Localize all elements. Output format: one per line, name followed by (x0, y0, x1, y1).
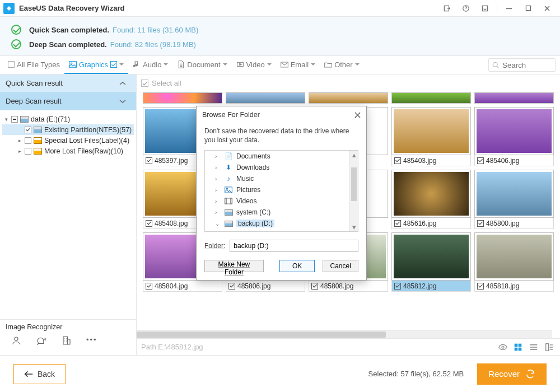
quick-scan-detail: Found: 11 files (31.60 MB) (113, 26, 198, 34)
cancel-button[interactable]: Cancel (323, 260, 358, 272)
filter-video[interactable]: Video (232, 56, 276, 74)
thumbnail-filename: 485397.jpg (155, 157, 188, 165)
drive-icon (224, 220, 233, 227)
thumbnail-card[interactable] (391, 92, 471, 104)
back-button[interactable]: Back (13, 364, 66, 384)
checkbox-icon[interactable] (11, 116, 18, 123)
window-minimize-icon[interactable] (500, 0, 519, 17)
filter-email[interactable]: Email (276, 56, 320, 74)
make-new-folder-button[interactable]: Make New Folder (204, 260, 264, 272)
collapse-icon[interactable]: ▾ (3, 116, 9, 122)
thumbnail-card[interactable] (474, 92, 554, 104)
thumbnail-card[interactable]: 485406.jpg (474, 107, 554, 166)
thumbnail-card[interactable] (226, 92, 305, 104)
checkbox-icon[interactable] (477, 157, 484, 164)
checkbox-icon[interactable] (228, 283, 235, 290)
thumbnail-card[interactable]: 485818.jpg (474, 232, 554, 292)
checkbox-icon[interactable] (394, 157, 401, 164)
tree-node-existing-partition[interactable]: Existing Partition(NTFS)(57) (2, 124, 134, 135)
checkbox-icon[interactable] (146, 157, 152, 164)
thumbnail-card[interactable] (143, 92, 222, 104)
chevron-down-icon[interactable]: ⌄ (215, 221, 221, 227)
recognizer-building-icon[interactable] (62, 335, 72, 346)
select-all-row[interactable]: Select all (137, 74, 560, 92)
thumbnail-card[interactable]: 485812.jpg (391, 232, 471, 292)
dialog-warning-text: Don't save the recovered data to the dri… (204, 127, 358, 144)
svg-rect-4 (526, 6, 530, 10)
folder-tree-item[interactable]: ›♪Music (205, 173, 358, 184)
filter-other[interactable]: Other (320, 56, 364, 74)
thumbnail-card[interactable]: 485616.jpg (391, 170, 471, 229)
expand-icon[interactable]: ▸ (17, 138, 22, 143)
sidebar-deep-header[interactable]: Deep Scan result (0, 92, 136, 110)
checkbox-icon[interactable] (477, 283, 484, 290)
folder-label: Downloads (236, 164, 269, 171)
checkbox-icon[interactable] (25, 148, 31, 155)
folder-tree-item[interactable]: ›system (C:) (205, 207, 358, 218)
folder-field-input[interactable] (230, 240, 358, 252)
thumbnail-card[interactable]: 485800.jpg (474, 170, 554, 229)
folder-tree-item[interactable]: ›Videos (205, 195, 358, 207)
svg-rect-3 (506, 8, 512, 9)
svg-point-9 (493, 62, 497, 67)
check-circle-icon (11, 25, 21, 35)
filter-all-types[interactable]: All File Types (3, 56, 64, 74)
tree-node-more-lost[interactable]: ▸ More Lost Files(Raw)(10) (2, 146, 134, 156)
folder-tree-item[interactable]: ⌄backup (D:) (205, 218, 358, 229)
tree-label: More Lost Files(Raw)(10) (44, 147, 123, 155)
scan-status-band: Quick Scan completed. Found: 11 files (3… (0, 17, 560, 56)
filter-label: Graphics (79, 60, 108, 69)
preview-icon[interactable] (498, 344, 508, 351)
filter-graphics[interactable]: Graphics (64, 56, 128, 74)
footer: Back Selected: 57 file(s), 62.52 MB Reco… (0, 355, 560, 392)
checkbox-icon[interactable] (394, 220, 401, 227)
sidebar-quick-header[interactable]: Quick Scan result (0, 74, 136, 92)
thumbnail-filename: 485406.jpg (486, 157, 519, 165)
view-list-icon[interactable] (530, 344, 540, 351)
checkbox-icon[interactable] (477, 220, 484, 227)
view-detail-icon[interactable] (545, 343, 556, 351)
horizontal-scrollbar[interactable] (137, 330, 552, 338)
thumbnail-filename: 485818.jpg (486, 282, 519, 290)
titlebar-export-icon[interactable] (437, 0, 456, 17)
titlebar-menu-icon[interactable] (475, 0, 494, 17)
checkbox-icon[interactable] (311, 283, 318, 290)
svg-rect-18 (546, 343, 549, 351)
folder-field-label: Folder: (204, 242, 225, 250)
checkbox-icon[interactable] (141, 80, 148, 87)
window-maximize-icon[interactable] (519, 0, 538, 17)
dialog-close-icon[interactable] (354, 112, 361, 118)
folder-label: Pictures (236, 186, 260, 194)
checkbox-icon[interactable] (25, 137, 31, 144)
folder-tree-item[interactable]: ›Pictures (205, 184, 358, 195)
download-icon: ⬇ (224, 164, 233, 171)
tree-node-root[interactable]: ▾ data (E:)(71) (2, 114, 134, 124)
thumbnail-card[interactable]: 485403.jpg (391, 107, 471, 166)
checkbox-icon[interactable] (146, 283, 152, 290)
thumbnail-card[interactable] (309, 92, 388, 104)
tree-node-special-lost[interactable]: ▸ Special Lost Files(Label)(4) (2, 135, 134, 146)
window-close-icon[interactable] (538, 0, 557, 17)
svg-rect-11 (63, 337, 68, 344)
titlebar-help-icon[interactable] (456, 0, 475, 17)
sidebar: Quick Scan result Deep Scan result ▾ dat… (0, 74, 137, 355)
vertical-scrollbar[interactable]: ▴▾ (349, 151, 358, 231)
filter-document[interactable]: Document (172, 56, 231, 74)
checkbox-icon[interactable] (146, 220, 152, 227)
checkbox-icon[interactable] (394, 283, 401, 290)
folder-tree-item[interactable]: ›⬇Downloads (205, 162, 358, 173)
folder-tree-item[interactable]: ›📄Documents (205, 151, 358, 162)
checkbox-icon[interactable] (25, 127, 31, 133)
video-icon (236, 60, 244, 68)
search-icon (492, 62, 500, 69)
music-icon: ♪ (224, 175, 233, 183)
ok-button[interactable]: OK (279, 260, 315, 272)
recover-button[interactable]: Recover (477, 363, 547, 385)
recognizer-more-icon[interactable]: ••• (86, 335, 97, 346)
view-grid-icon[interactable] (514, 343, 524, 351)
path-text: Path:E:\485812.jpg (141, 343, 203, 351)
recognizer-animal-icon[interactable] (36, 335, 47, 346)
filter-audio[interactable]: Audio (128, 56, 172, 74)
recognizer-people-icon[interactable] (11, 335, 21, 346)
expand-icon[interactable]: ▸ (17, 148, 22, 154)
